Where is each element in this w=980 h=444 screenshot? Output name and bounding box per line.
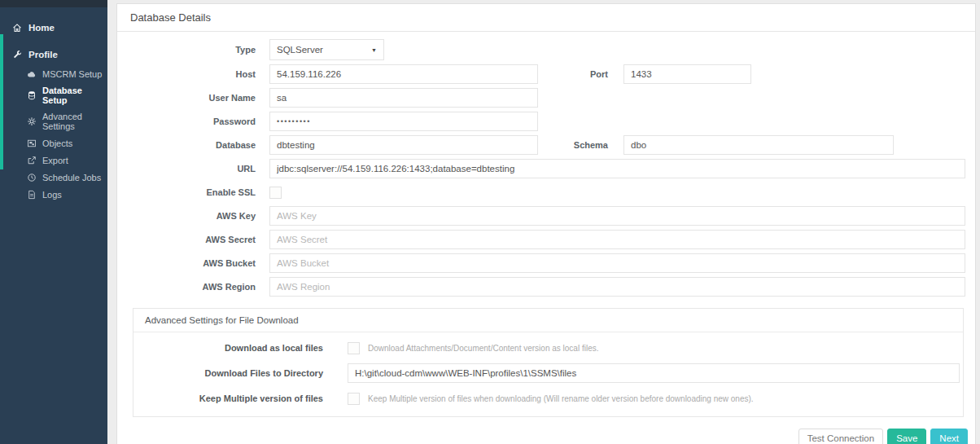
chevron-down-icon: ▼ — [371, 47, 377, 53]
username-input[interactable] — [269, 88, 538, 108]
download-local-row: Download as local files Download Attachm… — [133, 341, 963, 355]
download-directory-label: Download Files to Directory — [133, 368, 333, 378]
file-icon — [26, 189, 37, 200]
sidebar-item-profile[interactable]: Profile — [0, 45, 107, 64]
password-label: Password — [117, 116, 267, 126]
sidebar-top-strip — [0, 0, 107, 7]
form-actions: Test Connection Save Next — [117, 429, 968, 444]
advanced-settings-box: Advanced Settings for File Download Down… — [133, 308, 964, 417]
sidebar-item-export[interactable]: Export — [24, 152, 107, 169]
database-form: Type SQLServer ▼ Host Port User Name Pas… — [117, 32, 975, 444]
keep-versions-help: Keep Multiple version of files when down… — [368, 394, 754, 403]
aws-key-row: AWS Key — [117, 206, 975, 226]
type-select[interactable]: SQLServer ▼ — [269, 39, 384, 60]
aws-secret-row: AWS Secret — [117, 230, 975, 249]
sidebar-item-label: Export — [42, 156, 68, 165]
aws-bucket-row: AWS Bucket — [117, 253, 975, 273]
home-icon — [11, 22, 22, 33]
keep-versions-row: Keep Multiple version of files Keep Mult… — [133, 391, 963, 406]
host-port-row: Host Port — [117, 64, 975, 84]
url-input[interactable] — [269, 159, 965, 178]
download-directory-input[interactable] — [348, 363, 960, 383]
type-selected-value: SQLServer — [277, 45, 323, 55]
database-schema-row: Database Schema — [117, 135, 975, 155]
download-local-help: Download Attachments/Document/Content ve… — [368, 344, 598, 353]
object-group-icon — [26, 138, 37, 148]
active-section-accent-bar — [0, 34, 3, 169]
sidebar-item-objects[interactable]: Objects — [24, 134, 107, 152]
enable-ssl-label: Enable SSL — [117, 187, 267, 197]
aws-bucket-input[interactable] — [269, 253, 965, 273]
page-title: Database Details — [117, 4, 975, 32]
clock-icon — [26, 172, 37, 182]
export-icon — [26, 155, 37, 165]
sidebar-item-label: Logs — [42, 190, 62, 200]
sidebar-item-label: Advanced Settings — [42, 112, 106, 131]
aws-key-input[interactable] — [269, 206, 965, 226]
sidebar-item-schedule-jobs[interactable]: Schedule Jobs — [24, 169, 107, 186]
cloud-icon — [26, 68, 37, 79]
keep-versions-checkbox[interactable] — [348, 393, 360, 405]
sidebar-nav: Home Profile MSCRM Setup Database Setup — [0, 7, 107, 203]
username-row: User Name — [117, 88, 975, 108]
aws-region-input[interactable] — [269, 277, 965, 297]
port-input[interactable] — [623, 64, 751, 84]
database-input[interactable] — [269, 135, 538, 155]
keep-versions-label: Keep Multiple version of files — [133, 393, 333, 403]
password-row: Password — [117, 112, 975, 131]
aws-region-row: AWS Region — [117, 277, 975, 297]
enable-ssl-checkbox[interactable] — [269, 187, 282, 199]
sidebar-item-mscrm-setup[interactable]: MSCRM Setup — [24, 65, 107, 82]
type-row: Type SQLServer ▼ — [117, 39, 975, 60]
sidebar-item-database-setup[interactable]: Database Setup — [24, 82, 107, 108]
wrench-icon — [11, 49, 22, 59]
schema-label: Schema — [548, 140, 621, 150]
schema-input[interactable] — [623, 135, 894, 155]
url-label: URL — [117, 164, 267, 174]
database-label: Database — [117, 140, 267, 150]
sidebar-item-label: Profile — [28, 50, 58, 59]
sidebar-item-home[interactable]: Home — [0, 18, 107, 37]
username-label: User Name — [117, 93, 267, 103]
sidebar: Home Profile MSCRM Setup Database Setup — [0, 0, 107, 444]
aws-region-label: AWS Region — [117, 282, 267, 292]
host-input[interactable] — [269, 64, 538, 84]
download-local-checkbox[interactable] — [348, 342, 360, 354]
advanced-settings-title: Advanced Settings for File Download — [133, 309, 963, 332]
sidebar-item-label: Home — [28, 23, 55, 33]
aws-bucket-label: AWS Bucket — [117, 258, 267, 268]
gear-icon — [26, 116, 37, 127]
database-details-panel: Database Details Type SQLServer ▼ Host P… — [116, 3, 976, 444]
aws-secret-label: AWS Secret — [117, 235, 267, 244]
sidebar-item-label: MSCRM Setup — [42, 69, 102, 79]
aws-secret-input[interactable] — [269, 230, 965, 249]
download-local-label: Download as local files — [133, 343, 333, 353]
host-label: Host — [117, 69, 267, 79]
sidebar-item-advanced-settings[interactable]: Advanced Settings — [24, 108, 107, 134]
save-button[interactable]: Save — [887, 429, 926, 444]
download-directory-row: Download Files to Directory — [133, 363, 963, 383]
enable-ssl-row: Enable SSL — [117, 182, 975, 202]
url-row: URL — [117, 159, 975, 178]
password-input[interactable] — [269, 112, 538, 131]
profile-submenu: MSCRM Setup Database Setup Advanced Sett… — [0, 65, 107, 203]
sidebar-item-label: Objects — [42, 138, 72, 148]
database-icon — [26, 90, 37, 101]
next-button[interactable]: Next — [930, 429, 968, 444]
sidebar-item-label: Database Setup — [42, 86, 106, 105]
test-connection-button[interactable]: Test Connection — [798, 429, 883, 444]
port-label: Port — [548, 69, 621, 79]
aws-key-label: AWS Key — [117, 211, 267, 221]
sidebar-item-logs[interactable]: Logs — [24, 186, 107, 203]
type-label: Type — [117, 45, 267, 55]
sidebar-item-label: Schedule Jobs — [42, 173, 101, 182]
